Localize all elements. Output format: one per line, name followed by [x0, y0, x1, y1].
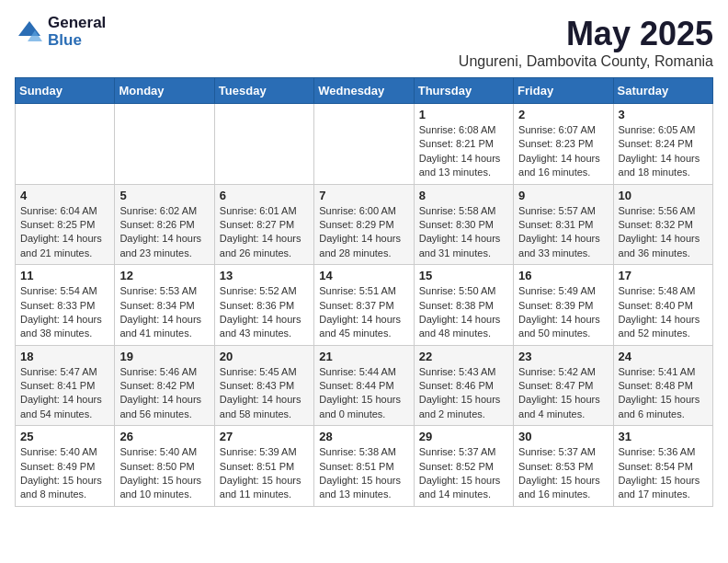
calendar-cell: 12Sunrise: 5:53 AMSunset: 8:34 PMDayligh…: [115, 265, 214, 346]
day-info: Sunrise: 5:52 AMSunset: 8:36 PMDaylight:…: [220, 284, 309, 341]
day-number: 25: [20, 430, 109, 443]
day-info: Sunrise: 5:40 AMSunset: 8:49 PMDaylight:…: [20, 445, 109, 502]
calendar-cell: 16Sunrise: 5:49 AMSunset: 8:39 PMDayligh…: [514, 265, 613, 346]
calendar-cell: 21Sunrise: 5:44 AMSunset: 8:44 PMDayligh…: [314, 345, 414, 426]
calendar-header-saturday: Saturday: [613, 78, 712, 104]
calendar-cell: 11Sunrise: 5:54 AMSunset: 8:33 PMDayligh…: [16, 265, 115, 346]
calendar-cell: 10Sunrise: 5:56 AMSunset: 8:32 PMDayligh…: [613, 184, 712, 265]
day-info: Sunrise: 5:41 AMSunset: 8:48 PMDaylight:…: [619, 365, 708, 422]
day-info: Sunrise: 5:38 AMSunset: 8:51 PMDaylight:…: [319, 445, 408, 502]
day-number: 13: [220, 269, 309, 282]
day-number: 19: [119, 350, 209, 363]
location-title: Ungureni, Dambovita County, Romania: [459, 53, 713, 70]
calendar-cell: 18Sunrise: 5:47 AMSunset: 8:41 PMDayligh…: [16, 345, 115, 426]
day-number: 10: [619, 189, 708, 202]
day-number: 30: [518, 430, 608, 443]
day-number: 15: [419, 269, 508, 282]
day-number: 1: [419, 108, 508, 121]
calendar-cell: [214, 104, 313, 185]
day-number: 12: [119, 269, 209, 282]
logo-icon: [15, 17, 44, 47]
calendar-week-row: 25Sunrise: 5:40 AMSunset: 8:49 PMDayligh…: [16, 426, 713, 507]
day-number: 23: [518, 350, 608, 363]
day-info: Sunrise: 5:48 AMSunset: 8:40 PMDaylight:…: [619, 284, 708, 341]
day-number: 4: [20, 189, 109, 202]
day-number: 26: [119, 430, 209, 443]
day-info: Sunrise: 5:44 AMSunset: 8:44 PMDaylight:…: [319, 365, 408, 422]
day-info: Sunrise: 5:53 AMSunset: 8:34 PMDaylight:…: [119, 284, 209, 341]
day-info: Sunrise: 5:36 AMSunset: 8:54 PMDaylight:…: [619, 445, 708, 502]
calendar-header-wednesday: Wednesday: [314, 78, 414, 104]
day-number: 18: [20, 350, 109, 363]
calendar-header-row: SundayMondayTuesdayWednesdayThursdayFrid…: [16, 78, 713, 104]
calendar-cell: 4Sunrise: 6:04 AMSunset: 8:25 PMDaylight…: [16, 184, 115, 265]
calendar-week-row: 11Sunrise: 5:54 AMSunset: 8:33 PMDayligh…: [16, 265, 713, 346]
calendar-cell: [115, 104, 214, 185]
calendar-cell: 2Sunrise: 6:07 AMSunset: 8:23 PMDaylight…: [514, 104, 613, 185]
calendar-cell: 6Sunrise: 6:01 AMSunset: 8:27 PMDaylight…: [214, 184, 313, 265]
day-number: 27: [220, 430, 309, 443]
calendar-cell: 27Sunrise: 5:39 AMSunset: 8:51 PMDayligh…: [214, 426, 313, 507]
day-info: Sunrise: 5:57 AMSunset: 8:31 PMDaylight:…: [518, 204, 608, 261]
calendar-header-monday: Monday: [115, 78, 214, 104]
calendar-cell: 28Sunrise: 5:38 AMSunset: 8:51 PMDayligh…: [314, 426, 414, 507]
day-info: Sunrise: 5:51 AMSunset: 8:37 PMDaylight:…: [319, 284, 408, 341]
calendar-cell: 15Sunrise: 5:50 AMSunset: 8:38 PMDayligh…: [414, 265, 513, 346]
calendar-cell: 22Sunrise: 5:43 AMSunset: 8:46 PMDayligh…: [414, 345, 513, 426]
day-number: 22: [419, 350, 508, 363]
calendar-header-sunday: Sunday: [16, 78, 115, 104]
day-info: Sunrise: 6:00 AMSunset: 8:29 PMDaylight:…: [319, 204, 408, 261]
calendar-week-row: 4Sunrise: 6:04 AMSunset: 8:25 PMDaylight…: [16, 184, 713, 265]
calendar-cell: 8Sunrise: 5:58 AMSunset: 8:30 PMDaylight…: [414, 184, 513, 265]
calendar-cell: [16, 104, 115, 185]
title-area: May 2025 Ungureni, Dambovita County, Rom…: [459, 15, 713, 70]
day-info: Sunrise: 5:56 AMSunset: 8:32 PMDaylight:…: [619, 204, 708, 261]
calendar-cell: 17Sunrise: 5:48 AMSunset: 8:40 PMDayligh…: [613, 265, 712, 346]
calendar-cell: 19Sunrise: 5:46 AMSunset: 8:42 PMDayligh…: [115, 345, 214, 426]
calendar-cell: 26Sunrise: 5:40 AMSunset: 8:50 PMDayligh…: [115, 426, 214, 507]
page-header: General Blue May 2025 Ungureni, Dambovit…: [15, 15, 713, 70]
calendar-cell: 25Sunrise: 5:40 AMSunset: 8:49 PMDayligh…: [16, 426, 115, 507]
day-info: Sunrise: 5:49 AMSunset: 8:39 PMDaylight:…: [518, 284, 608, 341]
svg-marker-0: [18, 21, 40, 36]
calendar-cell: 29Sunrise: 5:37 AMSunset: 8:52 PMDayligh…: [414, 426, 513, 507]
calendar-cell: 1Sunrise: 6:08 AMSunset: 8:21 PMDaylight…: [414, 104, 513, 185]
logo-general: General: [48, 15, 106, 32]
day-info: Sunrise: 5:58 AMSunset: 8:30 PMDaylight:…: [419, 204, 508, 261]
day-info: Sunrise: 5:54 AMSunset: 8:33 PMDaylight:…: [20, 284, 109, 341]
day-number: 31: [619, 430, 708, 443]
calendar-week-row: 1Sunrise: 6:08 AMSunset: 8:21 PMDaylight…: [16, 104, 713, 185]
day-info: Sunrise: 6:08 AMSunset: 8:21 PMDaylight:…: [419, 123, 508, 180]
calendar-cell: 24Sunrise: 5:41 AMSunset: 8:48 PMDayligh…: [613, 345, 712, 426]
calendar-header-tuesday: Tuesday: [214, 78, 313, 104]
day-info: Sunrise: 6:02 AMSunset: 8:26 PMDaylight:…: [119, 204, 209, 261]
calendar-cell: 7Sunrise: 6:00 AMSunset: 8:29 PMDaylight…: [314, 184, 414, 265]
day-number: 2: [518, 108, 608, 121]
day-number: 11: [20, 269, 109, 282]
day-number: 21: [319, 350, 408, 363]
day-info: Sunrise: 5:47 AMSunset: 8:41 PMDaylight:…: [20, 365, 109, 422]
calendar-header-friday: Friday: [514, 78, 613, 104]
calendar-header-thursday: Thursday: [414, 78, 513, 104]
day-info: Sunrise: 5:40 AMSunset: 8:50 PMDaylight:…: [119, 445, 209, 502]
day-info: Sunrise: 5:39 AMSunset: 8:51 PMDaylight:…: [220, 445, 309, 502]
calendar-cell: 14Sunrise: 5:51 AMSunset: 8:37 PMDayligh…: [314, 265, 414, 346]
day-number: 16: [518, 269, 608, 282]
calendar-table: SundayMondayTuesdayWednesdayThursdayFrid…: [15, 77, 713, 507]
day-info: Sunrise: 5:37 AMSunset: 8:53 PMDaylight:…: [518, 445, 608, 502]
day-info: Sunrise: 6:01 AMSunset: 8:27 PMDaylight:…: [220, 204, 309, 261]
day-number: 7: [319, 189, 408, 202]
calendar-cell: 31Sunrise: 5:36 AMSunset: 8:54 PMDayligh…: [613, 426, 712, 507]
day-number: 24: [619, 350, 708, 363]
day-number: 14: [319, 269, 408, 282]
logo-blue: Blue: [48, 32, 106, 50]
day-info: Sunrise: 5:42 AMSunset: 8:47 PMDaylight:…: [518, 365, 608, 422]
day-number: 8: [419, 189, 508, 202]
calendar-cell: 13Sunrise: 5:52 AMSunset: 8:36 PMDayligh…: [214, 265, 313, 346]
day-number: 9: [518, 189, 608, 202]
day-info: Sunrise: 6:04 AMSunset: 8:25 PMDaylight:…: [20, 204, 109, 261]
day-number: 28: [319, 430, 408, 443]
day-number: 5: [119, 189, 209, 202]
day-info: Sunrise: 5:43 AMSunset: 8:46 PMDaylight:…: [419, 365, 508, 422]
day-info: Sunrise: 5:46 AMSunset: 8:42 PMDaylight:…: [119, 365, 209, 422]
